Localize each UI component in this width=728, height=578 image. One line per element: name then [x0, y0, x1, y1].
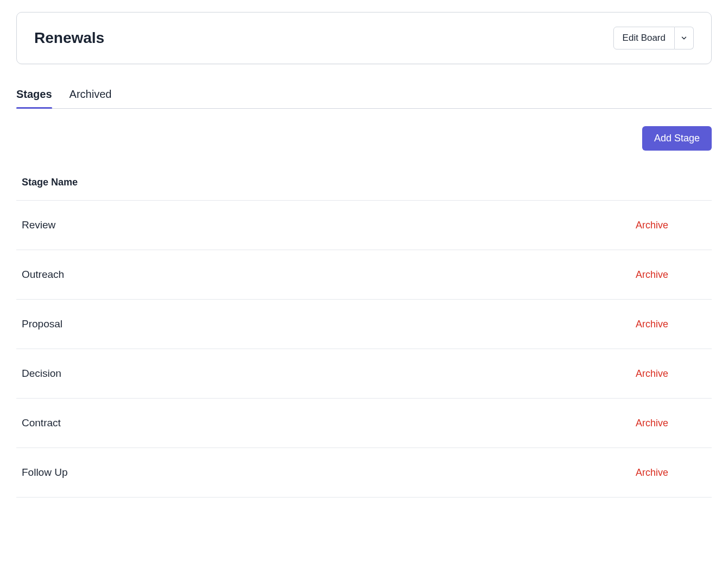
table-row: Contract Archive — [16, 399, 712, 448]
stage-name: Decision — [22, 368, 61, 380]
tabs: Stages Archived — [16, 88, 712, 109]
tab-archived[interactable]: Archived — [70, 88, 112, 108]
table-row: Outreach Archive — [16, 250, 712, 300]
archive-link[interactable]: Archive — [636, 368, 706, 380]
edit-board-dropdown-toggle[interactable] — [675, 27, 694, 49]
table-row: Follow Up Archive — [16, 448, 712, 498]
tab-stages[interactable]: Stages — [16, 88, 52, 108]
archive-link[interactable]: Archive — [636, 418, 706, 429]
header-card: Renewals Edit Board — [16, 12, 712, 64]
archive-link[interactable]: Archive — [636, 269, 706, 281]
archive-link[interactable]: Archive — [636, 220, 706, 231]
add-stage-button[interactable]: Add Stage — [642, 126, 712, 151]
stage-name: Review — [22, 219, 55, 231]
stages-table: Stage Name Review Archive Outreach Archi… — [16, 168, 712, 498]
stage-name: Outreach — [22, 269, 64, 281]
table-row: Review Archive — [16, 201, 712, 250]
actions-row: Add Stage — [16, 126, 712, 151]
edit-board-button-group: Edit Board — [613, 27, 694, 49]
stage-name: Proposal — [22, 318, 62, 330]
edit-board-button[interactable]: Edit Board — [613, 27, 675, 49]
stage-name: Follow Up — [22, 467, 67, 478]
table-column-header: Stage Name — [16, 168, 712, 201]
table-row: Decision Archive — [16, 349, 712, 399]
archive-link[interactable]: Archive — [636, 319, 706, 330]
page-title: Renewals — [34, 29, 104, 47]
stage-name: Contract — [22, 417, 61, 429]
table-row: Proposal Archive — [16, 300, 712, 349]
chevron-down-icon — [680, 34, 688, 42]
archive-link[interactable]: Archive — [636, 467, 706, 478]
